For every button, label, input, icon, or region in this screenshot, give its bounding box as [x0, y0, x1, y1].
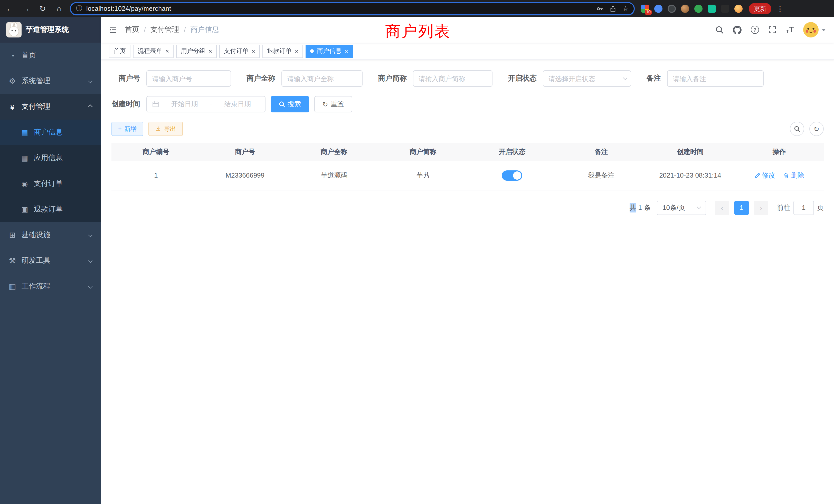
address-bar[interactable]: ⓘ localhost:1024/pay/merchant ☆ [70, 2, 635, 15]
export-button-label: 导出 [164, 124, 176, 133]
page-1-button[interactable]: 1 [734, 201, 749, 215]
sidebar: 芋道管理系统 ◔ 首页 ⚙ 系统管理 ¥ 支付管理 ▤ 商户信息 [0, 17, 101, 504]
total-count: 1 [638, 204, 642, 211]
extension-icon[interactable] [681, 4, 689, 13]
extension-icon[interactable] [667, 4, 676, 13]
sidebar-item-system[interactable]: ⚙ 系统管理 [0, 68, 101, 94]
end-date-placeholder[interactable]: 结束日期 [215, 99, 260, 109]
back-icon[interactable]: ← [5, 4, 14, 13]
toggle-search-button[interactable] [790, 122, 804, 136]
github-icon[interactable] [733, 25, 742, 34]
delete-button[interactable]: 删除 [783, 171, 804, 180]
sidebar-item-merchant-info[interactable]: ▤ 商户信息 [0, 120, 101, 145]
remark-input[interactable] [667, 70, 764, 87]
tools-icon: ⚒ [7, 256, 18, 265]
edit-button[interactable]: 修改 [754, 171, 775, 180]
breadcrumb-payment[interactable]: 支付管理 [151, 25, 179, 35]
extension-icon[interactable]: 10 [641, 4, 649, 13]
browser-update-button[interactable]: 更新 [749, 3, 771, 14]
status-label: 开启状态 [508, 74, 543, 83]
breadcrumb: 首页 / 支付管理 / 商户信息 [125, 25, 219, 35]
extension-icon[interactable] [654, 4, 662, 13]
tab-refund-order[interactable]: 退款订单 × [262, 44, 303, 58]
sidebar-item-payment[interactable]: ¥ 支付管理 [0, 94, 101, 120]
sidebar-item-label: 工作流程 [22, 282, 50, 291]
page-size-select[interactable]: 10条/页 [657, 201, 706, 215]
navbar-actions [716, 22, 834, 38]
reset-button[interactable]: ↻ 重置 [314, 96, 352, 112]
site-info-icon[interactable]: ⓘ [76, 4, 82, 13]
add-button[interactable]: + 新增 [111, 122, 143, 136]
fullscreen-icon[interactable] [768, 26, 776, 34]
sidebar-item-infrastructure[interactable]: ⊞ 基础设施 [0, 222, 101, 248]
tab-label: 首页 [113, 47, 126, 55]
chevron-up-icon [88, 105, 93, 109]
extension-icon[interactable] [734, 4, 743, 13]
close-icon[interactable]: × [164, 47, 169, 55]
sidebar-item-label: 应用信息 [34, 154, 63, 163]
font-size-icon[interactable] [786, 25, 794, 35]
sidebar-item-pay-order[interactable]: ◉ 支付订单 [0, 171, 101, 197]
hamburger-icon[interactable] [101, 26, 125, 34]
sidebar-logo[interactable]: 芋道管理系统 [0, 17, 101, 43]
sidebar-item-app-info[interactable]: ▦ 应用信息 [0, 145, 101, 171]
sidebar-item-dev-tools[interactable]: ⚒ 研发工具 [0, 248, 101, 274]
sidebar-item-home[interactable]: ◔ 首页 [0, 43, 101, 68]
extension-icon[interactable] [694, 4, 703, 13]
refund-icon: ▣ [20, 205, 30, 213]
search-icon[interactable] [716, 26, 724, 34]
logo-avatar [6, 22, 22, 38]
export-button[interactable]: 导出 [148, 122, 183, 136]
search-button-label: 搜索 [288, 99, 301, 109]
tab-user-group[interactable]: 用户分组 × [176, 44, 217, 58]
url-text[interactable]: localhost:1024/pay/merchant [86, 5, 596, 12]
close-icon[interactable]: × [344, 47, 348, 55]
sidebar-item-workflow[interactable]: ▥ 工作流程 [0, 274, 101, 299]
extension-icon[interactable] [721, 4, 729, 13]
order-icon: ◉ [20, 180, 30, 188]
next-page-button[interactable]: › [754, 201, 768, 215]
password-key-icon[interactable] [596, 5, 604, 12]
tab-merchant-info[interactable]: 商户信息 × [306, 44, 353, 58]
cell-operations: 修改 删除 [734, 161, 824, 190]
cell-status [467, 161, 557, 190]
tab-label: 支付订单 [224, 47, 248, 55]
reload-icon[interactable]: ↻ [38, 4, 47, 13]
prev-page-button[interactable]: ‹ [715, 201, 729, 215]
col-create-time: 创建时间 [646, 143, 735, 161]
close-icon[interactable]: × [250, 47, 255, 55]
create-time-range-picker[interactable]: 开始日期 - 结束日期 [146, 96, 265, 112]
goto-page-input[interactable] [793, 201, 814, 215]
sidebar-item-refund-order[interactable]: ▣ 退款订单 [0, 197, 101, 222]
tab-process-form[interactable]: 流程表单 × [133, 44, 174, 58]
pagination: 共 1 条 10条/页 ‹ 1 › 前往 页 [111, 201, 824, 215]
tab-label: 退款订单 [267, 47, 292, 55]
user-avatar[interactable] [803, 22, 826, 38]
forward-icon[interactable]: → [22, 4, 31, 13]
status-select[interactable] [543, 70, 631, 87]
merchant-table: 商户编号 商户号 商户全称 商户简称 开启状态 备注 创建时间 操作 1 [111, 143, 824, 190]
pagination-total: 共 1 条 [630, 203, 651, 212]
tab-label: 商户信息 [317, 47, 342, 55]
home-icon[interactable]: ⌂ [54, 4, 64, 13]
search-button[interactable]: 搜索 [271, 96, 309, 112]
refresh-table-button[interactable]: ↻ [809, 122, 824, 136]
help-icon[interactable] [751, 26, 759, 34]
plus-icon: + [118, 125, 122, 132]
full-name-input[interactable] [281, 70, 363, 87]
table-row: 1 M233666999 芋道源码 芋艿 我是备注 2021-10-23 08:… [111, 161, 824, 190]
start-date-placeholder[interactable]: 开始日期 [162, 99, 207, 109]
browser-menu-icon[interactable]: ⋮ [776, 4, 784, 13]
extension-icon[interactable] [708, 4, 716, 13]
close-icon[interactable]: × [207, 47, 212, 55]
tab-home[interactable]: 首页 [109, 44, 130, 58]
status-toggle[interactable] [502, 170, 522, 180]
close-icon[interactable]: × [294, 47, 299, 55]
breadcrumb-home[interactable]: 首页 [125, 25, 139, 35]
share-icon[interactable] [610, 5, 616, 12]
merchant-no-input[interactable] [146, 70, 231, 87]
cell-full-name: 芋道源码 [290, 161, 379, 190]
bookmark-star-icon[interactable]: ☆ [623, 5, 629, 12]
tab-pay-order[interactable]: 支付订单 × [219, 44, 260, 58]
short-name-input[interactable] [413, 70, 492, 87]
